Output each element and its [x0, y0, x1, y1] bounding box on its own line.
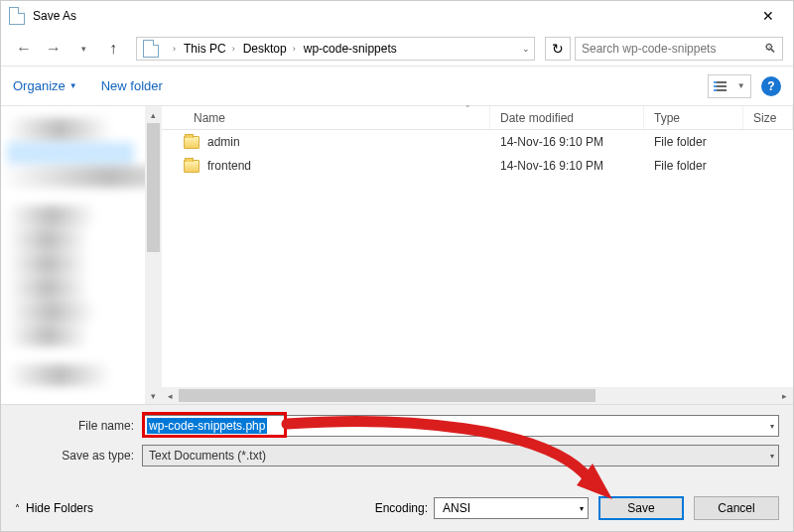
column-date[interactable]: Date modified: [490, 106, 644, 129]
file-name: frontend: [207, 159, 251, 173]
breadcrumb-segment[interactable]: Desktop›: [239, 38, 300, 60]
chevron-down-icon: ▼: [69, 81, 77, 90]
column-size[interactable]: Size: [743, 106, 793, 129]
list-scrollbar[interactable]: ◂ ▸: [162, 387, 793, 404]
list-item[interactable]: admin 14-Nov-16 9:10 PM File folder: [162, 130, 793, 154]
encoding-value: ANSI: [439, 501, 470, 515]
action-bar: ˄ Hide Folders Encoding: ANSI ▾ Save Can…: [1, 484, 793, 532]
column-name[interactable]: Name: [162, 106, 490, 129]
search-icon[interactable]: 🔍︎: [758, 42, 782, 56]
savetype-value: Text Documents (*.txt): [143, 449, 266, 463]
scroll-thumb[interactable]: [147, 123, 160, 252]
organize-label: Organize: [13, 78, 66, 93]
save-form: File name: wp-code-snippets.php ▾ Save a…: [1, 404, 793, 484]
chevron-up-icon: ˄: [15, 503, 20, 514]
hide-folders-button[interactable]: ˄ Hide Folders: [15, 501, 93, 515]
view-options-button[interactable]: ▼: [708, 74, 751, 98]
scroll-right-icon[interactable]: ▸: [776, 387, 793, 404]
titlebar: Save As ✕: [1, 1, 793, 31]
save-button[interactable]: Save: [598, 496, 684, 520]
file-name: admin: [207, 135, 240, 149]
toolbar: Organize ▼ New folder ▼ ?: [1, 66, 793, 106]
breadcrumb-segment[interactable]: wp-code-snippets: [300, 38, 401, 60]
breadcrumb-segment[interactable]: ›: [163, 38, 180, 60]
search-input[interactable]: [576, 42, 758, 56]
file-date: 14-Nov-16 9:10 PM: [490, 159, 644, 173]
folder-icon: [184, 136, 199, 149]
document-icon: [9, 7, 25, 25]
help-button[interactable]: ?: [761, 76, 781, 96]
navbar: ← → ▾ ↑ › This PC› Desktop› wp-code-snip…: [1, 31, 793, 66]
main-pane: ▴ ▾ ˄ Name Date modified Type Size admin…: [1, 106, 793, 404]
chevron-down-icon[interactable]: ▾: [770, 422, 774, 431]
breadcrumb-label: wp-code-snippets: [304, 42, 397, 56]
file-type: File folder: [644, 135, 743, 149]
forward-button[interactable]: →: [41, 36, 66, 62]
savetype-label: Save as type:: [15, 449, 142, 463]
encoding-label: Encoding:: [375, 501, 428, 515]
filename-input[interactable]: wp-code-snippets.php ▾: [142, 415, 779, 437]
scroll-left-icon[interactable]: ◂: [162, 387, 179, 404]
window-title: Save As: [33, 9, 745, 23]
encoding-combobox[interactable]: ANSI ▾: [434, 497, 589, 519]
back-button[interactable]: ←: [11, 36, 37, 62]
chevron-down-icon: ▼: [737, 81, 745, 90]
tree-scrollbar[interactable]: ▴ ▾: [145, 106, 162, 404]
scroll-up-icon[interactable]: ▴: [145, 106, 162, 123]
organize-button[interactable]: Organize ▼: [13, 78, 77, 93]
recent-locations-button[interactable]: ▾: [70, 36, 96, 62]
file-type: File folder: [644, 159, 743, 173]
cancel-button[interactable]: Cancel: [694, 496, 779, 520]
column-headers[interactable]: Name Date modified Type Size: [162, 106, 793, 130]
navigation-tree[interactable]: ▴ ▾: [1, 106, 162, 404]
filename-label: File name:: [15, 419, 142, 433]
hide-folders-label: Hide Folders: [26, 501, 93, 515]
up-button[interactable]: ↑: [100, 36, 126, 62]
breadcrumb-label: This PC: [184, 42, 226, 56]
address-dropdown-icon[interactable]: ⌄: [522, 44, 530, 54]
list-view-icon: [714, 81, 727, 91]
file-list: ˄ Name Date modified Type Size admin 14-…: [162, 106, 793, 404]
address-bar[interactable]: › This PC› Desktop› wp-code-snippets ⌄: [136, 37, 535, 61]
close-button[interactable]: ✕: [745, 1, 791, 31]
folder-icon: [184, 160, 199, 173]
chevron-down-icon[interactable]: ▾: [770, 452, 774, 461]
new-folder-button[interactable]: New folder: [101, 78, 163, 93]
sort-indicator-icon: ˄: [465, 104, 470, 114]
breadcrumb-label: Desktop: [243, 42, 287, 56]
file-list-body[interactable]: admin 14-Nov-16 9:10 PM File folder fron…: [162, 130, 793, 387]
scroll-down-icon[interactable]: ▾: [145, 387, 162, 404]
new-folder-label: New folder: [101, 78, 163, 93]
breadcrumb-segment[interactable]: This PC›: [180, 38, 239, 60]
filename-value: wp-code-snippets.php: [147, 418, 267, 434]
folder-icon: [143, 40, 159, 58]
refresh-button[interactable]: ↻: [545, 37, 571, 61]
search-box[interactable]: 🔍︎: [575, 37, 783, 61]
column-type[interactable]: Type: [644, 106, 743, 129]
savetype-combobox[interactable]: Text Documents (*.txt) ▾: [142, 445, 779, 466]
chevron-down-icon[interactable]: ▾: [580, 504, 584, 513]
scroll-thumb[interactable]: [179, 389, 596, 402]
file-date: 14-Nov-16 9:10 PM: [490, 135, 644, 149]
list-item[interactable]: frontend 14-Nov-16 9:10 PM File folder: [162, 154, 793, 178]
